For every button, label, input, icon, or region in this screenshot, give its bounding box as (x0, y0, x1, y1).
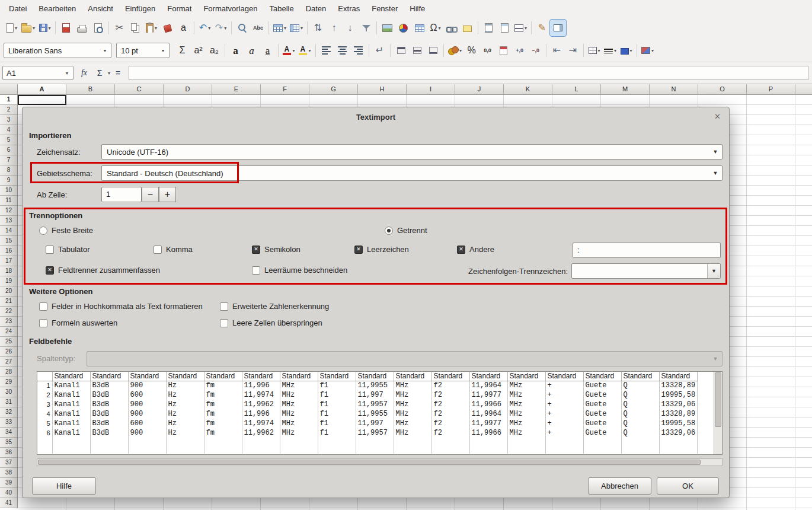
chevron-down-icon[interactable]: ▾ (308, 48, 311, 53)
row-header-36[interactable]: 36 (0, 448, 18, 458)
chevron-down-icon[interactable]: ▾ (208, 26, 210, 31)
row-header-3[interactable]: 3 (0, 115, 18, 125)
preview-column-type-12[interactable]: Standard (469, 372, 507, 381)
font-color-button[interactable]: ▾ (281, 42, 297, 59)
sort-ascending-button[interactable]: ↑ (326, 20, 342, 36)
chevron-down-icon[interactable]: ▼ (707, 264, 720, 278)
preview-column-type-16[interactable]: Standard (621, 372, 659, 381)
column-header-B[interactable]: B (66, 84, 115, 95)
delete-decimal-place-button[interactable]: −,0 (528, 42, 544, 59)
column-header-N[interactable]: N (650, 84, 698, 95)
row-header-41[interactable]: 41 (0, 498, 18, 508)
checkbox-leerraeume-beschneiden[interactable]: Leerräume beschneiden (252, 266, 347, 275)
column-header-partial[interactable] (795, 84, 812, 95)
row-header-11[interactable]: 11 (0, 196, 18, 206)
checkbox-feldtrenner-zusammenfassen[interactable]: Feldtrenner zusammenfassen (46, 266, 160, 275)
chevron-down-icon[interactable]: ▾ (439, 26, 441, 31)
chevron-down-icon[interactable]: ▾ (157, 48, 169, 53)
preview-column-type-2[interactable]: Standard (90, 372, 128, 381)
row-header-23[interactable]: 23 (0, 317, 18, 327)
special-character-button[interactable]: Ω▾ (427, 20, 443, 36)
row-header-6[interactable]: 6 (0, 145, 18, 155)
column-header-K[interactable]: K (504, 84, 552, 95)
row-header-14[interactable]: 14 (0, 226, 18, 236)
format-as-currency-button[interactable]: ▾ (446, 42, 463, 59)
conditional-formatting-button[interactable]: ▾ (640, 42, 656, 59)
align-left-button[interactable] (318, 42, 334, 59)
preview-column-type-5[interactable]: Standard (204, 372, 242, 381)
checkbox-box[interactable] (220, 319, 228, 327)
preview-column-type-3[interactable]: Standard (128, 372, 166, 381)
chevron-down-icon[interactable]: ▾ (630, 48, 632, 53)
preview-column-type-13[interactable]: Standard (507, 372, 545, 381)
column-header-P[interactable]: P (747, 84, 795, 95)
checkbox-komma[interactable]: Komma (154, 245, 193, 254)
border-color-button[interactable]: ▾ (618, 42, 634, 59)
checkbox-erweiterte-zahlenerkennung[interactable]: Erweiterte Zahlenerkennung (220, 302, 329, 311)
open-button[interactable]: ▾ (20, 20, 37, 36)
chevron-down-icon[interactable]: ▾ (61, 71, 73, 76)
insert-pivot-table-button[interactable] (411, 20, 427, 36)
row-header-15[interactable]: 15 (0, 236, 18, 246)
chevron-down-icon[interactable]: ▼ (709, 170, 722, 176)
redo-button[interactable]: ↷▾ (213, 20, 229, 36)
row-header-38[interactable]: 38 (0, 468, 18, 478)
copy-button[interactable] (127, 20, 143, 36)
function-wizard-button[interactable]: fx (76, 66, 92, 80)
autofilter-button[interactable] (358, 20, 374, 36)
chevron-down-icon[interactable]: ▾ (459, 48, 462, 53)
chevron-down-icon[interactable]: ▾ (33, 26, 35, 31)
sidebar-button[interactable] (550, 20, 566, 36)
row-header-34[interactable]: 34 (0, 428, 18, 438)
export-pdf-button[interactable] (58, 20, 74, 36)
wrap-text-button[interactable]: ↵ (372, 42, 388, 59)
row-header-7[interactable]: 7 (0, 155, 18, 165)
radio-circle[interactable] (385, 227, 393, 235)
row-header-31[interactable]: 31 (0, 397, 18, 407)
clear-formatting-button[interactable]: a (175, 20, 191, 36)
increase-indent-button[interactable]: ⇥ (565, 42, 581, 59)
bold-button[interactable]: a (228, 42, 244, 59)
row-header-17[interactable]: 17 (0, 256, 18, 266)
row-header-19[interactable]: 19 (0, 276, 18, 286)
menu-extras[interactable]: Extras (333, 2, 365, 15)
from-row-decrement-button[interactable]: − (142, 187, 159, 202)
preview-column-type-17[interactable]: Standard (659, 372, 698, 381)
align-bottom-button[interactable] (425, 42, 441, 59)
insert-chart-button[interactable] (395, 20, 411, 36)
radio-feste-breite[interactable]: Feste Breite (39, 226, 93, 235)
preview-horizontal-scrollbar[interactable] (37, 458, 723, 466)
column-header-H[interactable]: H (358, 84, 407, 95)
column-header-D[interactable]: D (164, 84, 212, 95)
superscript-button[interactable]: a² (190, 42, 206, 59)
preview-column-type-7[interactable]: Standard (280, 372, 318, 381)
checkbox-box[interactable] (39, 319, 47, 327)
checkbox-box[interactable] (252, 246, 260, 254)
menu-datei[interactable]: Datei (4, 2, 32, 15)
center-vertically-button[interactable] (409, 42, 425, 59)
locale-combobox[interactable]: Standard - Deutsch (Deutschland) ▼ (101, 165, 723, 181)
scrollbar-thumb[interactable] (715, 372, 721, 427)
row-header-37[interactable]: 37 (0, 458, 18, 468)
row-header-16[interactable]: 16 (0, 246, 18, 256)
font-name-combobox[interactable]: Liberation Sans ▾ (4, 43, 111, 58)
name-box[interactable]: A1 ▾ (2, 66, 73, 80)
row-header-26[interactable]: 26 (0, 347, 18, 357)
formula-input[interactable] (129, 66, 808, 80)
row-header-9[interactable]: 9 (0, 176, 18, 186)
checkbox-leere-zellen-ueberspringen[interactable]: Leere Zellen überspringen (220, 318, 322, 327)
table-borders-button[interactable]: ▾ (271, 20, 288, 36)
chevron-down-icon[interactable]: ▾ (224, 26, 226, 31)
column-header-J[interactable]: J (455, 84, 504, 95)
scrollbar-thumb[interactable] (38, 460, 701, 465)
row-header-40[interactable]: 40 (0, 488, 18, 498)
from-row-increment-button[interactable]: + (159, 187, 176, 202)
sum-button[interactable]: Σ (174, 42, 190, 59)
row-header-30[interactable]: 30 (0, 387, 18, 397)
row-header-2[interactable]: 2 (0, 105, 18, 115)
border-style-button[interactable]: ▾ (602, 42, 618, 59)
row-header-8[interactable]: 8 (0, 165, 18, 176)
menu-ansicht[interactable]: Ansicht (82, 2, 119, 15)
spelling-button[interactable]: Abc (250, 20, 266, 36)
close-icon[interactable]: ✕ (714, 112, 721, 121)
